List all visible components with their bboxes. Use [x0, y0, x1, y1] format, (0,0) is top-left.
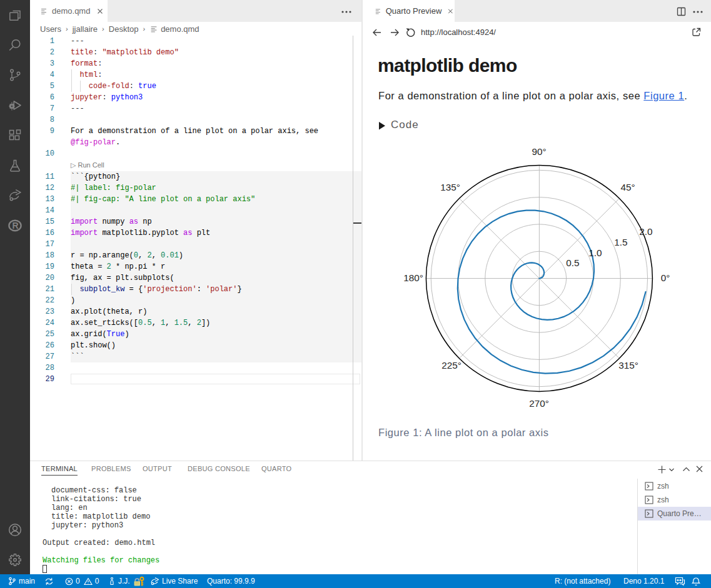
- svg-text:0°: 0°: [661, 272, 670, 283]
- svg-text:1.0: 1.0: [588, 247, 602, 258]
- svg-text:0.5: 0.5: [566, 257, 579, 268]
- svg-text:225°: 225°: [441, 360, 461, 371]
- svg-text:R: R: [13, 221, 19, 231]
- svg-text:45°: 45°: [620, 182, 635, 192]
- svg-text:180°: 180°: [403, 272, 423, 283]
- svg-text:315°: 315°: [618, 360, 638, 371]
- svg-text:90°: 90°: [532, 146, 546, 157]
- svg-text:1.5: 1.5: [614, 237, 627, 247]
- svg-text:135°: 135°: [440, 182, 460, 192]
- svg-text:2.0: 2.0: [639, 226, 652, 237]
- svg-text:270°: 270°: [529, 398, 549, 409]
